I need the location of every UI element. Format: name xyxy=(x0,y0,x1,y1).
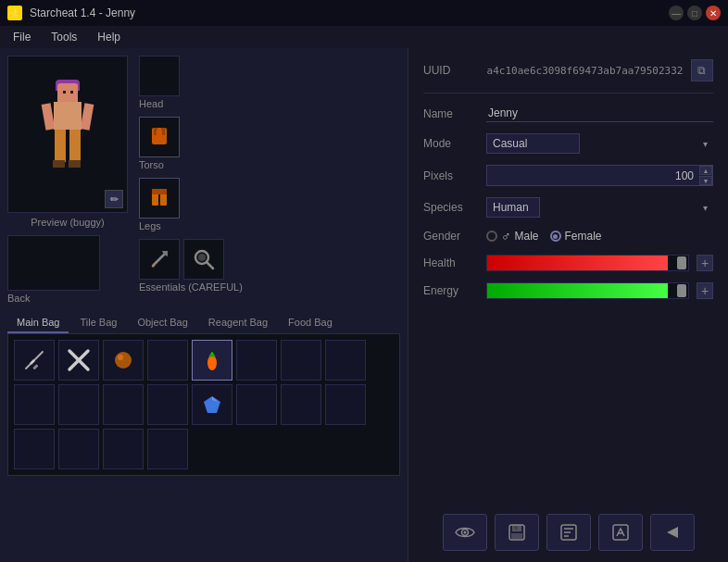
bag-slot-10[interactable] xyxy=(103,384,144,425)
bag-slot-4[interactable] xyxy=(192,340,232,381)
titlebar-controls: — □ ✕ xyxy=(669,6,721,20)
energy-row: Energy + xyxy=(423,282,713,299)
titlebar-title: Starcheat 1.4 - Jenny xyxy=(30,6,135,19)
bag-slot-17[interactable] xyxy=(58,429,99,469)
bag-slot-13[interactable] xyxy=(236,384,277,425)
equipment-section: Head xyxy=(139,56,243,304)
svg-rect-26 xyxy=(511,533,522,539)
health-label: Health xyxy=(423,256,479,269)
preview-back-section: ✏ Preview (buggy) Back xyxy=(7,56,128,304)
gender-male-option[interactable]: ♂ Male xyxy=(486,229,539,244)
bag-slot-7[interactable] xyxy=(325,340,366,381)
edit1-button[interactable] xyxy=(546,514,591,551)
pixels-label: Pixels xyxy=(423,169,479,182)
back-section: Back xyxy=(7,235,128,304)
eye-icon xyxy=(455,525,475,540)
svg-rect-3 xyxy=(157,130,162,135)
health-row: Health + xyxy=(423,255,713,271)
bag-slot-5[interactable] xyxy=(236,340,277,381)
bag-slot-16[interactable] xyxy=(14,429,55,469)
health-bar-thumb[interactable] xyxy=(677,256,686,269)
pixels-increment[interactable]: ▲ xyxy=(699,166,712,175)
bag-slot-18[interactable] xyxy=(103,429,144,469)
essentials-slot-pickaxe[interactable] xyxy=(139,239,180,280)
energy-bar-thumb[interactable] xyxy=(677,284,686,297)
species-row: Species Human Apex Avian Floran Glitch H… xyxy=(423,197,713,218)
preview-section: ✏ Preview (buggy) xyxy=(7,56,128,228)
bag-slot-2[interactable] xyxy=(103,340,144,381)
menu-help[interactable]: Help xyxy=(88,29,130,45)
gender-male-label: Male xyxy=(515,230,539,243)
bag-slot-6[interactable] xyxy=(281,340,321,381)
energy-label: Energy xyxy=(423,284,479,297)
tab-reagent-bag[interactable]: Reagent Bag xyxy=(199,313,277,333)
edit-sprite-button[interactable]: ✏ xyxy=(105,190,123,208)
tab-object-bag[interactable]: Object Bag xyxy=(128,313,196,333)
sprite-eye-left xyxy=(63,91,66,94)
pickaxe-icon xyxy=(145,245,173,273)
name-input[interactable] xyxy=(486,105,713,122)
edit2-button[interactable] xyxy=(598,514,643,551)
tab-tile-bag[interactable]: Tile Bag xyxy=(70,313,126,333)
health-plus-button[interactable]: + xyxy=(697,255,713,271)
legs-slot-main[interactable] xyxy=(139,178,180,219)
bag-slot-3[interactable] xyxy=(147,340,188,381)
bag-slot-12[interactable] xyxy=(192,384,232,425)
cross-item-icon xyxy=(66,347,92,373)
mode-row: Mode Casual Survival Hardcore Core Fragm… xyxy=(423,133,713,154)
head-slot-empty[interactable] xyxy=(139,56,180,96)
magnify-icon xyxy=(190,245,218,273)
energy-bar-container[interactable] xyxy=(486,282,689,299)
tab-food-bag[interactable]: Food Bag xyxy=(279,313,342,333)
pixels-decrement[interactable]: ▼ xyxy=(699,176,712,185)
carrot-item-icon xyxy=(199,347,225,373)
head-label: Head xyxy=(139,98,243,109)
character-area: ✏ Preview (buggy) Back Head xyxy=(7,56,400,304)
maximize-button[interactable]: □ xyxy=(687,6,702,20)
bag-slot-19[interactable] xyxy=(147,429,188,469)
save-button[interactable] xyxy=(495,514,539,551)
pixels-input[interactable] xyxy=(487,167,699,185)
close-button[interactable]: ✕ xyxy=(706,6,721,20)
torso-slot-main[interactable] xyxy=(139,117,180,157)
gender-female-radio[interactable] xyxy=(550,231,561,242)
bag-slot-14[interactable] xyxy=(281,384,321,425)
legs-label: Legs xyxy=(139,220,243,231)
gender-group: ♂ Male Female xyxy=(486,229,602,244)
energy-plus-button[interactable]: + xyxy=(697,282,713,299)
mode-select[interactable]: Casual Survival Hardcore Core Fragments xyxy=(486,133,580,154)
bag-slot-9[interactable] xyxy=(58,384,99,425)
sprite-left-foot xyxy=(53,160,65,168)
essentials-slot-magnify[interactable] xyxy=(183,239,224,280)
bag-slot-8[interactable] xyxy=(14,384,55,425)
gender-female-label: Female xyxy=(565,230,602,243)
app-icon-glyph: ⭐ xyxy=(9,8,20,19)
species-select[interactable]: Human Apex Avian Floran Glitch Hylotl No… xyxy=(486,197,540,218)
svg-point-23 xyxy=(463,531,466,534)
minimize-button[interactable]: — xyxy=(669,6,684,20)
species-select-wrapper: Human Apex Avian Floran Glitch Hylotl No… xyxy=(486,197,713,218)
menu-file[interactable]: File xyxy=(4,29,40,45)
gender-female-option[interactable]: Female xyxy=(550,230,602,243)
male-icon: ♂ xyxy=(501,229,511,244)
bag-slot-0[interactable] xyxy=(14,340,55,381)
bag-slot-15[interactable] xyxy=(325,384,366,425)
copy-uuid-button[interactable]: ⧉ xyxy=(691,59,713,81)
sprite-body xyxy=(54,102,82,130)
health-bar-fill xyxy=(487,256,668,270)
gender-male-radio[interactable] xyxy=(486,231,497,242)
menu-tools[interactable]: Tools xyxy=(42,29,86,45)
right-panel: UUID a4c10ae6c3098f69473ab7aa79502332 ⧉ … xyxy=(408,48,728,562)
preview-button[interactable] xyxy=(443,514,487,551)
tab-main-bag[interactable]: Main Bag xyxy=(7,313,69,333)
legs-icon xyxy=(146,185,172,211)
legs-row xyxy=(139,178,243,219)
health-bar-container[interactable] xyxy=(486,255,689,271)
gender-row: Gender ♂ Male Female xyxy=(423,229,713,244)
bag-slot-11[interactable] xyxy=(147,384,188,425)
main-content: ✏ Preview (buggy) Back Head xyxy=(0,48,728,562)
export-button[interactable] xyxy=(650,514,695,551)
essentials-row xyxy=(139,239,243,280)
export-icon xyxy=(663,523,682,542)
bag-slot-1[interactable] xyxy=(58,340,99,381)
